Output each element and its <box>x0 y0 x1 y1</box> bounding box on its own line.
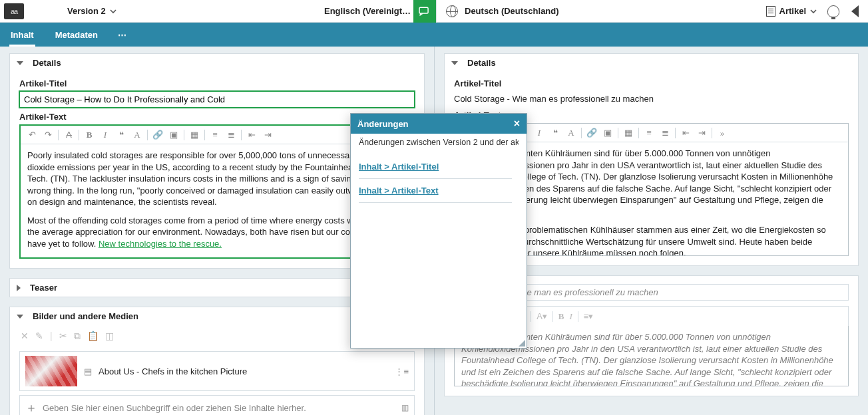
globe-icon <box>446 5 458 17</box>
label-article-title: Artikel-Titel <box>19 78 415 88</box>
article-title-input[interactable] <box>19 91 415 108</box>
align-icon[interactable]: ≡▾ <box>584 311 594 321</box>
library-icon[interactable]: ▥ <box>401 403 409 412</box>
font-icon[interactable]: A <box>565 127 577 139</box>
app-logo[interactable]: aa <box>4 3 24 19</box>
link-icon[interactable]: 🔗 <box>586 127 598 139</box>
tab-inhalt[interactable]: Inhalt <box>0 23 45 47</box>
italic-icon[interactable]: I <box>570 311 572 322</box>
resize-handle[interactable] <box>517 339 525 346</box>
font-icon[interactable]: A <box>131 129 143 141</box>
link-new-technologies[interactable]: New technologies to the rescue. <box>99 239 222 249</box>
cut-icon[interactable]: ✂ <box>59 331 67 342</box>
link-icon[interactable]: 🔗 <box>152 129 164 141</box>
outdent-icon[interactable]: ⇤ <box>246 129 258 141</box>
redo-icon[interactable]: ↷ <box>42 129 54 141</box>
delete-icon[interactable]: ✕ <box>21 331 29 342</box>
media-item[interactable]: ▤ About Us - Chefs in the kitchen Pictur… <box>19 351 415 391</box>
article-title-value-target: Cold Storage - Wie man es professionell … <box>454 91 849 106</box>
document-icon <box>766 6 775 17</box>
list-ul-icon[interactable]: ≣ <box>225 129 237 141</box>
indent-icon[interactable]: ⇥ <box>696 127 708 139</box>
changes-dialog: Änderungen × Änderungen zwischen Version… <box>350 113 527 348</box>
font-icon[interactable]: A▾ <box>537 311 547 321</box>
indent-icon[interactable]: ⇥ <box>262 129 274 141</box>
image-icon[interactable]: ▣ <box>168 129 180 141</box>
change-link-text[interactable]: Inhalt > Artikel-Text <box>359 179 512 203</box>
change-link-title[interactable]: Inhalt > Artikel-Titel <box>359 155 512 179</box>
edit-icon[interactable]: ✎ <box>35 331 43 342</box>
clear-format-icon[interactable]: A̶ <box>63 129 75 141</box>
logo-dropdown[interactable] <box>25 0 42 22</box>
target-language-label: Deutsch (Deutschland) <box>465 6 559 16</box>
changes-dialog-subtitle: Änderungen zwischen Version 2 und der ak… <box>359 138 519 147</box>
translate-indicator-icon[interactable] <box>413 0 436 23</box>
hints-button[interactable] <box>824 2 843 21</box>
quote-icon[interactable]: ❝ <box>115 129 127 141</box>
media-search-row[interactable]: ＋ Geben Sie hier einen Suchbegriff ein o… <box>19 395 415 415</box>
tab-more[interactable]: ⋯ <box>108 23 138 47</box>
list-ol-icon[interactable]: ≡ <box>209 129 221 141</box>
list-ul-icon[interactable]: ≣ <box>659 127 671 139</box>
italic-icon[interactable]: I <box>533 127 545 139</box>
version-dropdown[interactable]: Version 2 <box>62 0 117 22</box>
copy-icon[interactable]: ⧉ <box>74 331 81 342</box>
list-ol-icon[interactable]: ≡ <box>643 127 655 139</box>
undo-icon[interactable]: ↶ <box>26 129 38 141</box>
media-item-label: About Us - Chefs in the kitchen Picture <box>99 366 247 376</box>
version-label: Version 2 <box>67 6 106 16</box>
more-icon[interactable]: » <box>716 127 728 139</box>
paste-icon[interactable]: 📋 <box>87 331 99 342</box>
media-thumbnail <box>25 356 77 386</box>
tab-metadaten[interactable]: Metadaten <box>45 23 108 47</box>
section-details-target[interactable]: Details <box>445 54 858 72</box>
plus-icon[interactable]: ＋ <box>25 400 37 415</box>
svg-rect-0 <box>419 7 428 13</box>
italic-icon[interactable]: I <box>99 129 111 141</box>
crop-icon[interactable]: ◫ <box>105 331 114 342</box>
label-article-title-target: Artikel-Titel <box>454 78 849 88</box>
image-icon[interactable]: ▣ <box>602 127 614 139</box>
bold-icon[interactable]: B <box>558 311 564 322</box>
outdent-icon[interactable]: ⇤ <box>680 127 692 139</box>
media-search-placeholder: Geben Sie hier einen Suchbegriff ein ode… <box>43 403 306 413</box>
changes-dialog-title: Änderungen <box>357 119 409 129</box>
media-type-icon: ▤ <box>84 366 92 376</box>
bold-icon[interactable]: B <box>83 129 95 141</box>
collapse-button[interactable] <box>845 2 864 21</box>
table-icon[interactable]: ▦ <box>622 127 634 139</box>
section-details[interactable]: Details <box>10 54 424 72</box>
lightbulb-icon <box>827 5 839 17</box>
chevron-left-icon <box>851 5 859 17</box>
media-options-icon[interactable]: ⋮≡ <box>395 366 409 376</box>
close-icon[interactable]: × <box>514 118 520 129</box>
article-type-dropdown[interactable]: Artikel <box>761 3 821 19</box>
quote-icon[interactable]: ❝ <box>549 127 561 139</box>
table-icon[interactable]: ▦ <box>188 129 200 141</box>
source-language-label: Englisch (Vereinigt… <box>324 6 411 16</box>
